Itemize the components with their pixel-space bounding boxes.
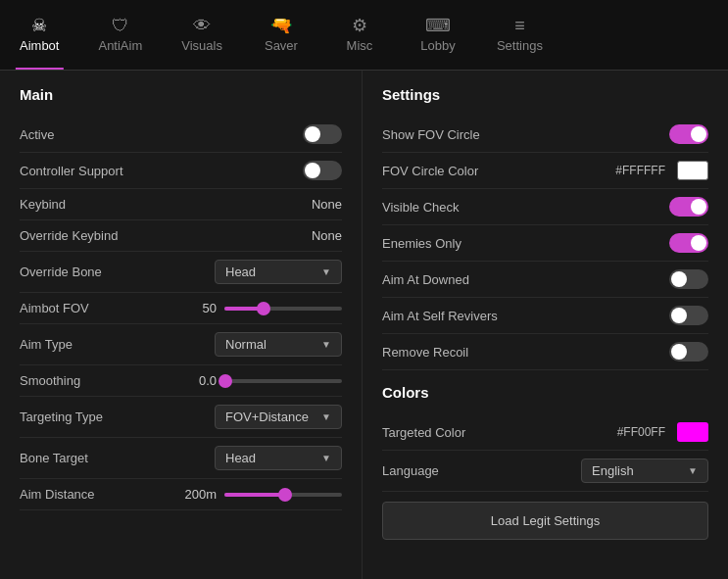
label-keybind: Keybind [20,197,66,212]
chevron-down-icon-5: ▼ [688,465,698,476]
nav-item-settings[interactable]: ≡ Settings [477,0,562,70]
dropdown-aim-type-value: Normal [225,337,267,352]
nav-label-antiaim: AntiAim [98,38,142,53]
dropdown-bone-target[interactable]: Head ▼ [215,446,342,470]
toggle-enemies-only[interactable] [669,233,708,253]
toggle-remove-recoil[interactable] [669,342,708,362]
slider-aim-distance-container: 200m [183,487,342,502]
row-active: Active [20,117,342,153]
row-smoothing: Smoothing 0.0 [20,365,342,397]
left-panel-title: Main [20,86,342,103]
label-bone-target: Bone Target [20,451,88,465]
fov-hex-value: #FFFFFF [615,164,665,177]
targeted-hex-value: #FF00FF [617,425,665,439]
value-override-keybind[interactable]: None [312,228,342,243]
toggle-aim-at-downed[interactable] [669,269,708,289]
row-override-bone: Override Bone Head ▼ [20,252,342,293]
nav-label-saver: Saver [265,38,298,53]
nav-item-lobby[interactable]: ⌨ Lobby [399,0,477,70]
label-targeting-type: Targeting Type [20,410,103,424]
label-show-fov-circle: Show FOV Circle [382,127,480,142]
row-bone-target: Bone Target Head ▼ [20,438,342,479]
row-remove-recoil: Remove Recoil [382,334,708,370]
nav-item-misc[interactable]: ⚙ Misc [320,0,399,70]
dropdown-language-value: English [592,463,634,478]
toggle-show-fov-circle[interactable] [669,124,708,144]
toggle-aim-at-self-revivers[interactable] [669,306,708,325]
nav-label-visuals: Visuals [181,38,222,53]
right-panel: Settings Show FOV Circle FOV Circle Colo… [363,71,728,579]
fov-color-swatch[interactable] [677,161,708,180]
chevron-down-icon-4: ▼ [321,453,331,463]
toggle-controller-support[interactable] [303,161,342,180]
right-panel-settings-title: Settings [382,86,708,103]
chevron-down-icon-3: ▼ [321,411,331,422]
slider-aim-distance-thumb[interactable] [278,488,292,502]
label-enemies-only: Enemies Only [382,236,461,251]
label-visible-check: Visible Check [382,200,460,215]
row-aim-distance: Aim Distance 200m [20,479,342,510]
label-aim-type: Aim Type [20,337,73,352]
toggle-visible-check[interactable] [669,197,708,217]
slider-aimbot-fov-thumb[interactable] [257,302,270,315]
nav-item-aimbot[interactable]: ☠ Aimbot [0,0,78,70]
top-nav: ☠ Aimbot 🛡 AntiAim 👁 Visuals 🔫 Saver ⚙ M… [0,0,728,71]
value-smoothing: 0.0 [183,373,217,388]
dropdown-language[interactable]: English ▼ [581,458,708,483]
dropdown-targeting-type[interactable]: FOV+Distance ▼ [215,405,342,429]
nav-label-aimbot: Aimbot [20,38,59,53]
row-fov-circle-color: FOV Circle Color #FFFFFF [382,153,708,189]
slider-aimbot-fov-container: 50 [183,301,342,315]
nav-item-antiaim[interactable]: 🛡 AntiAim [78,0,162,70]
label-aim-at-downed: Aim At Downed [382,272,469,287]
slider-smoothing-thumb[interactable] [218,374,232,388]
nav-item-saver[interactable]: 🔫 Saver [242,0,320,70]
label-fov-circle-color: FOV Circle Color [382,164,478,178]
row-show-fov-circle: Show FOV Circle [382,117,708,153]
targeted-color-row: #FF00FF [617,422,708,442]
right-panel-colors-title: Colors [382,384,708,401]
nav-item-visuals[interactable]: 👁 Visuals [162,0,242,70]
aimbot-icon: ☠ [31,17,47,34]
row-aim-at-self-revivers: Aim At Self Revivers [382,298,708,334]
chevron-down-icon: ▼ [321,266,331,277]
row-targeting-type: Targeting Type FOV+Distance ▼ [20,397,342,438]
slider-aimbot-fov-track[interactable] [224,307,342,311]
label-language: Language [382,463,439,478]
row-enemies-only: Enemies Only [382,225,708,262]
dropdown-targeting-type-value: FOV+Distance [225,410,309,424]
load-legit-settings-button[interactable]: Load Legit Settings [382,502,708,540]
lobby-icon: ⌨ [425,17,451,34]
label-targeted-color: Targeted Color [382,425,465,440]
chevron-down-icon-2: ▼ [321,339,331,350]
label-override-keybind: Override Keybind [20,228,118,243]
row-language: Language English ▼ [382,451,708,492]
nav-label-settings: Settings [497,38,543,53]
value-aimbot-fov: 50 [183,301,217,315]
slider-aim-distance-track[interactable] [224,493,342,497]
dropdown-bone-target-value: Head [225,451,256,465]
label-active: Active [20,127,54,142]
label-smoothing: Smoothing [20,373,80,388]
dropdown-override-bone[interactable]: Head ▼ [215,260,342,284]
saver-icon: 🔫 [270,17,292,34]
row-visible-check: Visible Check [382,189,708,225]
left-panel: Main Active Controller Support Keybind N… [0,71,363,579]
nav-label-misc: Misc [347,38,373,53]
label-aimbot-fov: Aimbot FOV [20,301,89,315]
label-controller-support: Controller Support [20,164,123,178]
dropdown-override-bone-value: Head [225,265,256,279]
label-aim-at-self-revivers: Aim At Self Revivers [382,309,498,323]
toggle-active[interactable] [303,124,342,144]
row-controller-support: Controller Support [20,153,342,189]
row-aimbot-fov: Aimbot FOV 50 [20,293,342,324]
value-keybind[interactable]: None [312,197,342,212]
targeted-color-swatch[interactable] [677,422,708,442]
misc-icon: ⚙ [352,17,367,34]
visuals-icon: 👁 [193,17,211,34]
slider-smoothing-track[interactable] [224,379,342,383]
main-content: Main Active Controller Support Keybind N… [0,71,728,579]
label-override-bone: Override Bone [20,265,102,279]
dropdown-aim-type[interactable]: Normal ▼ [215,332,342,357]
value-aim-distance: 200m [183,487,217,502]
